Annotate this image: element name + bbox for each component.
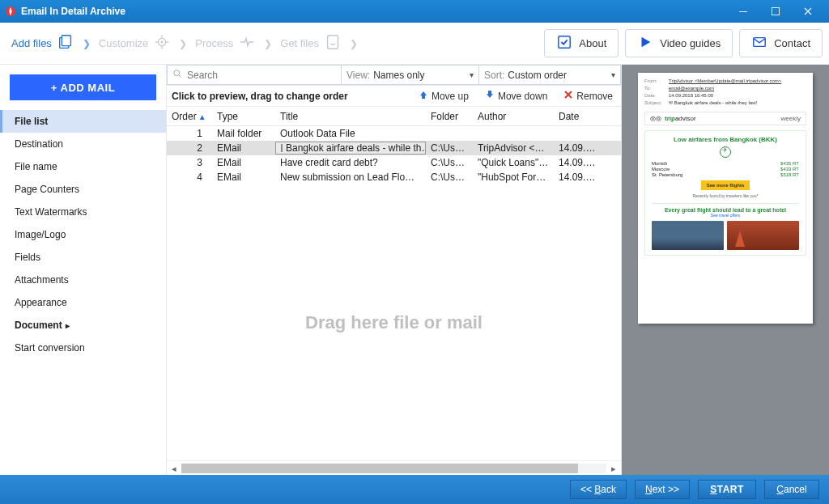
divider (652, 203, 799, 204)
add-mail-button[interactable]: + ADD MAIL (10, 74, 156, 100)
next-button[interactable]: Next >> (635, 480, 690, 499)
chevron-down-icon: ▾ (611, 70, 615, 79)
cell-order: 2 (167, 142, 212, 154)
cell-type: EMail (212, 172, 275, 183)
x-icon (563, 90, 573, 102)
col-date[interactable]: Date (554, 111, 599, 122)
step-label: Process (195, 37, 233, 49)
sidebar-item-label: File name (15, 161, 57, 172)
col-author[interactable]: Author (473, 111, 554, 122)
sidebar-nav: File list Destination File name Page Cou… (0, 107, 166, 362)
toolbar-right: About Video guides Contact (544, 29, 823, 57)
video-guides-button[interactable]: Video guides (625, 29, 733, 57)
cell-folder: C:\User… (426, 142, 473, 154)
sidebar-item-fields[interactable]: Fields (0, 246, 166, 269)
contact-button[interactable]: Contact (739, 29, 823, 57)
footer-bar: << Back Next >> START Cancel (0, 475, 829, 504)
about-button[interactable]: About (544, 29, 619, 57)
sidebar-item-label: Text Watermarks (15, 206, 87, 218)
cell-title: Have credit card debt? (275, 157, 426, 168)
list-toolbar: Click to preview, drag to change order M… (167, 86, 621, 107)
sort-dropdown[interactable]: Sort: Custom order ▾ (479, 65, 621, 85)
envelope-icon (751, 35, 767, 52)
cell-order: 1 (167, 128, 212, 139)
route-row: St. Petersburg$518 RT (652, 172, 799, 177)
table-row[interactable]: 4 EMail New submission on Lead Flow "My…… (167, 170, 621, 184)
minimize-button[interactable] (727, 0, 759, 23)
preview-photo (727, 221, 799, 250)
scroll-right-icon[interactable]: ▸ (606, 461, 621, 476)
sidebar-item-appearance[interactable]: Appearance (0, 291, 166, 314)
col-folder[interactable]: Folder (426, 111, 473, 122)
dropdown-label: Sort: (484, 70, 504, 81)
chip-label: Contact (774, 37, 810, 49)
drop-zone[interactable]: Drag here file or mail (167, 184, 621, 460)
search-field[interactable] (187, 70, 336, 81)
sidebar-item-image-logo[interactable]: Image/Logo (0, 223, 166, 246)
preview-photo (652, 221, 724, 250)
plane-icon (720, 146, 731, 158)
sidebar-item-label: Appearance (15, 297, 67, 308)
chevron-right-icon: ❯ (83, 37, 91, 50)
table-row[interactable]: 1 Mail folder Outlook Data File (167, 126, 621, 141)
move-up-button[interactable]: Move up (410, 86, 477, 107)
preview-pane: From:TripAdvisor <MemberUpdate@mail.trip… (622, 65, 829, 475)
preview-brand-bar: ◎◎ triptripadvisoradvisor weekly (644, 112, 806, 125)
maximize-button[interactable] (759, 0, 792, 23)
step-process[interactable]: Process (190, 30, 261, 57)
step-label: Customize (99, 37, 148, 49)
step-customize[interactable]: Customize (94, 30, 176, 57)
search-input[interactable] (167, 65, 342, 85)
sidebar-item-document[interactable]: Document▸ (0, 314, 166, 337)
remove-button[interactable]: Remove (555, 86, 621, 107)
sidebar-item-label: Destination (15, 138, 63, 150)
step-get-files[interactable]: Get files (275, 30, 346, 57)
search-icon (172, 69, 182, 81)
col-type[interactable]: Type (212, 111, 275, 122)
table-row[interactable]: 2 EMail Bangkok airfare deals - while th… (167, 141, 621, 155)
sidebar-item-page-counters[interactable]: Page Counters (0, 178, 166, 201)
download-icon (324, 33, 342, 53)
back-button[interactable]: << Back (570, 480, 627, 499)
cell-title: Bangkok airfare deals - while th… (275, 142, 426, 155)
button-label: Move up (432, 91, 469, 102)
sidebar-item-destination[interactable]: Destination (0, 133, 166, 155)
cell-folder: C:\User… (426, 172, 473, 183)
sidebar-item-file-name[interactable]: File name (0, 155, 166, 178)
move-down-button[interactable]: Move down (477, 86, 555, 107)
top-toolbar: Add files ❯ Customize ❯ Process ❯ Get fi… (0, 23, 829, 65)
sidebar-item-attachments[interactable]: Attachments (0, 269, 166, 291)
scroll-thumb[interactable] (181, 464, 578, 473)
process-icon (238, 33, 256, 53)
sidebar-item-label: Start conversion (15, 342, 85, 354)
file-list: 1 Mail folder Outlook Data File 2 EMail … (167, 126, 621, 184)
col-title[interactable]: Title (275, 111, 426, 122)
sidebar-item-label: Image/Logo (15, 229, 66, 240)
sidebar-item-text-watermarks[interactable]: Text Watermarks (0, 201, 166, 223)
cell-type: EMail (212, 157, 275, 168)
view-dropdown[interactable]: View: Names only ▾ (342, 65, 479, 85)
sidebar: + ADD MAIL File list Destination File na… (0, 65, 167, 475)
start-button[interactable]: START (698, 480, 756, 499)
arrow-up-icon (419, 90, 428, 102)
preview-page[interactable]: From:TripAdvisor <MemberUpdate@mail.trip… (638, 73, 813, 324)
button-label: Move down (498, 91, 547, 102)
col-order[interactable]: Order▲ (167, 111, 212, 122)
scroll-left-icon[interactable]: ◂ (167, 461, 181, 476)
preview-meta: From:TripAdvisor <MemberUpdate@mail.trip… (644, 78, 806, 107)
cancel-button[interactable]: Cancel (764, 480, 819, 499)
close-button[interactable] (792, 0, 824, 23)
sort-asc-icon: ▲ (198, 112, 206, 121)
preview-cta: See more flights (701, 180, 750, 190)
step-add-files[interactable]: Add files (6, 30, 79, 57)
cell-title: New submission on Lead Flow "My… (275, 172, 426, 183)
cell-order: 3 (167, 157, 212, 168)
sidebar-item-label: File list (15, 116, 48, 127)
sidebar-item-start-conversion[interactable]: Start conversion (0, 337, 166, 359)
sidebar-item-label: Fields (15, 252, 40, 263)
gear-icon (153, 33, 171, 53)
preview-tagline: Every great flight should lead to a grea… (652, 207, 799, 213)
horizontal-scrollbar[interactable]: ◂ ▸ (167, 460, 621, 475)
sidebar-item-file-list[interactable]: File list (0, 110, 166, 133)
table-row[interactable]: 3 EMail Have credit card debt? C:\User… … (167, 155, 621, 170)
